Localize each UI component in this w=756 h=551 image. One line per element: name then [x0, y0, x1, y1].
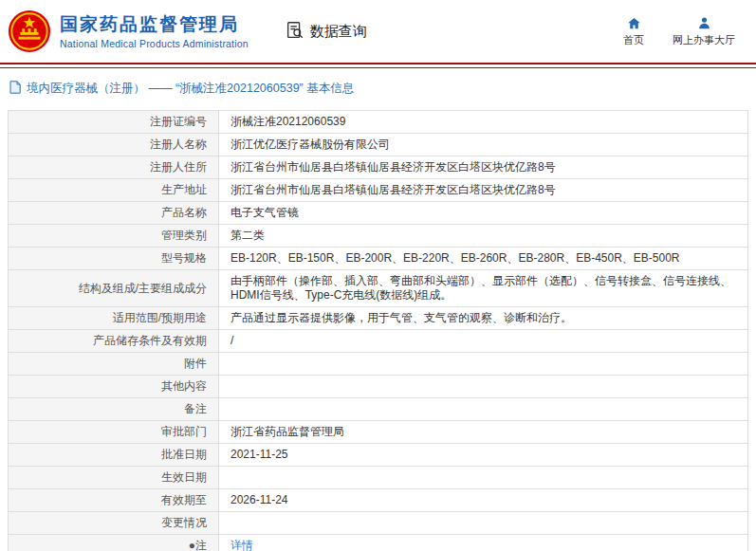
- table-cell-value: 详情: [219, 535, 748, 551]
- table-cell-label: 附件: [9, 353, 219, 376]
- table-cell-value: 电子支气管镜: [219, 202, 748, 225]
- data-query-icon: [285, 20, 305, 44]
- table-row: 附件: [9, 353, 748, 376]
- table-cell-value: [219, 512, 748, 535]
- org-names: 国家药品监督管理局 National Medical Products Admi…: [60, 13, 249, 49]
- table-cell-label: 注册证编号: [9, 111, 219, 134]
- table-row: 有效期至2026-11-24: [9, 489, 748, 512]
- table-row: 结构及组成/主要组成成分由手柄部件（操作部、插入部、弯曲部和头端部）、显示部件（…: [9, 270, 748, 307]
- table-cell-label: 注册人住所: [9, 156, 219, 179]
- table-cell-label: 结构及组成/主要组成成分: [9, 270, 219, 307]
- table-cell-label: 其他内容: [9, 376, 219, 398]
- person-icon: [697, 16, 711, 30]
- table-cell-label: 产品储存条件及有效期: [9, 330, 219, 353]
- nav-data-query[interactable]: 数据查询: [285, 20, 367, 44]
- table-row: 批准日期2021-11-25: [9, 444, 748, 467]
- table-row: ●注详情: [9, 535, 748, 551]
- table-row: 适用范围/预期用途产品通过显示器提供影像，用于气管、支气管的观察、诊断和治疗。: [9, 307, 748, 330]
- table-cell-label: 有效期至: [9, 489, 219, 512]
- nav-home[interactable]: 首页: [623, 16, 644, 47]
- table-cell-value: [219, 376, 748, 398]
- table-row: 备注: [9, 398, 748, 421]
- table-cell-label: 管理类别: [9, 225, 219, 248]
- table-cell-label: 适用范围/预期用途: [9, 307, 219, 330]
- table-cell-value: [219, 467, 748, 489]
- table-cell-label: 变更情况: [9, 512, 219, 535]
- document-icon: [9, 81, 21, 97]
- table-cell-value: 浙江省台州市仙居县白塔镇仙居县经济开发区白塔区块优亿路8号: [219, 156, 748, 179]
- data-query-label: 数据查询: [310, 23, 367, 41]
- table-cell-value: 浙江省药品监督管理局: [219, 421, 748, 444]
- org-name-cn: 国家药品监督管理局: [60, 13, 249, 36]
- registration-info-table: 注册证编号浙械注准20212060539 注册人名称浙江优亿医疗器械股份有限公司…: [8, 110, 748, 551]
- nav-home-label: 首页: [623, 33, 644, 47]
- table-cell-value: 第二类: [219, 225, 748, 248]
- table-cell-label: ●注: [9, 535, 219, 551]
- table-cell-value: 浙江优亿医疗器械股份有限公司: [219, 134, 748, 156]
- table-cell-label: 生效日期: [9, 467, 219, 489]
- nav-service-hall[interactable]: 网上办事大厅: [673, 16, 735, 47]
- table-cell-value: 2026-11-24: [219, 489, 748, 512]
- table-cell-label: 备注: [9, 398, 219, 421]
- table-cell-label: 产品名称: [9, 202, 219, 225]
- breadcrumb: 境内医疗器械（注册） —— “浙械注准20212060539” 基本信息: [0, 68, 756, 108]
- table-cell-value: /: [219, 330, 748, 353]
- table-cell-value: 浙械注准20212060539: [219, 111, 748, 134]
- home-icon: [627, 16, 641, 30]
- table-cell-value: [219, 398, 748, 421]
- table-row: 其他内容: [9, 376, 748, 398]
- table-cell-value: 由手柄部件（操作部、插入部、弯曲部和头端部）、显示部件（选配）、信号转接盒、信号…: [219, 270, 748, 307]
- table-cell-value: [219, 353, 748, 376]
- table-cell-value: 2021-11-25: [219, 444, 748, 467]
- table-cell-label: 型号规格: [9, 248, 219, 270]
- table-row: 变更情况: [9, 512, 748, 535]
- header-nav: 首页 网上办事大厅: [623, 16, 735, 47]
- table-row: 产品储存条件及有效期/: [9, 330, 748, 353]
- table-cell-value: EB-120R、EB-150R、EB-200R、EB-220R、EB-260R、…: [219, 248, 748, 270]
- table-row: 管理类别第二类: [9, 225, 748, 248]
- table-cell-value: 浙江省台州市仙居县白塔镇仙居县经济开发区白塔区块优亿路8号: [219, 179, 748, 202]
- breadcrumb-text: 境内医疗器械（注册） —— “浙械注准20212060539” 基本信息: [27, 81, 354, 97]
- table-row: 注册证编号浙械注准20212060539: [9, 111, 748, 134]
- table-cell-label: 批准日期: [9, 444, 219, 467]
- nav-service-hall-label: 网上办事大厅: [673, 33, 735, 47]
- table-row: 生产地址浙江省台州市仙居县白塔镇仙居县经济开发区白塔区块优亿路8号: [9, 179, 748, 202]
- table-row: 产品名称电子支气管镜: [9, 202, 748, 225]
- table-row: 注册人名称浙江优亿医疗器械股份有限公司: [9, 134, 748, 156]
- table-row: 审批部门浙江省药品监督管理局: [9, 421, 748, 444]
- table-row: 型号规格EB-120R、EB-150R、EB-200R、EB-220R、EB-2…: [9, 248, 748, 270]
- org-name-en: National Medical Products Administration: [60, 38, 249, 49]
- table-cell-value: 产品通过显示器提供影像，用于气管、支气管的观察、诊断和治疗。: [219, 307, 748, 330]
- table-row: 生效日期: [9, 467, 748, 489]
- site-header: 国家药品监督管理局 National Medical Products Admi…: [0, 0, 756, 61]
- table-row: 注册人住所浙江省台州市仙居县白塔镇仙居县经济开发区白塔区块优亿路8号: [9, 156, 748, 179]
- brand-block: 国家药品监督管理局 National Medical Products Admi…: [8, 9, 249, 53]
- table-cell-label: 审批部门: [9, 421, 219, 444]
- table-cell-label: 注册人名称: [9, 134, 219, 156]
- detail-link[interactable]: 详情: [230, 539, 253, 551]
- national-emblem-logo: [8, 9, 51, 53]
- table-cell-label: 生产地址: [9, 179, 219, 202]
